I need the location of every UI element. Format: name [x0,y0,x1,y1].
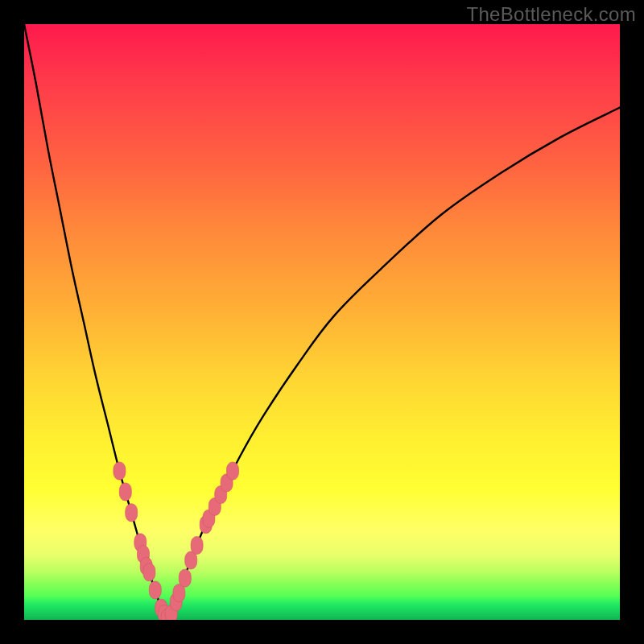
marker-point [143,564,155,581]
watermark-text: TheBottleneck.com [466,3,636,26]
plot-area [24,24,620,620]
marker-point [179,569,191,587]
marker-point [114,462,126,480]
curve-path [24,24,620,620]
marker-point [191,537,203,555]
chart-svg [24,24,620,620]
marker-point [149,581,161,599]
chart-frame: TheBottleneck.com [0,0,644,644]
markers-group [114,462,239,620]
marker-point [126,504,138,522]
marker-point [119,483,131,501]
marker-point [227,462,239,480]
